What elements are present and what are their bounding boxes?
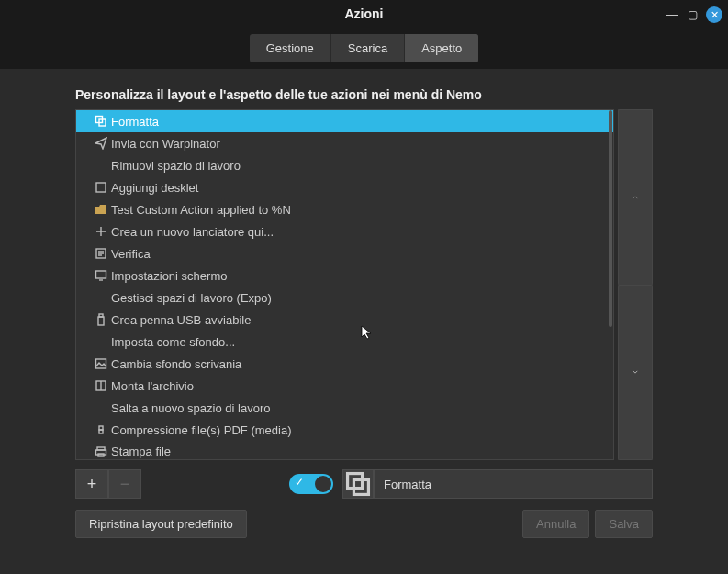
add-separator-button[interactable]: + <box>75 469 108 499</box>
print-icon <box>95 445 107 458</box>
folder-icon <box>95 203 107 216</box>
action-item[interactable]: Formatta <box>76 110 613 132</box>
action-label: Formatta <box>111 115 159 129</box>
tab-scarica[interactable]: Scarica <box>331 34 405 62</box>
action-label: Invia con Warpinator <box>111 137 220 151</box>
diamond-icon <box>95 423 107 436</box>
action-label: Monta l'archivio <box>111 379 194 393</box>
screen-icon <box>95 269 107 282</box>
blank-icon <box>95 401 107 414</box>
action-item[interactable]: Crea penna USB avviabile <box>76 309 613 331</box>
page-caption: Personalizza il layout e l'aspetto delle… <box>75 87 653 102</box>
action-label: Crea penna USB avviabile <box>111 313 251 327</box>
action-item[interactable]: Test Custom Action applied to %N <box>76 198 613 220</box>
action-item[interactable]: Cambia sfondo scrivania <box>76 353 613 375</box>
action-label: Verifica <box>111 247 151 261</box>
cancel-button[interactable]: Annulla <box>522 510 589 538</box>
svg-rect-10 <box>99 430 103 433</box>
blank-icon <box>95 159 107 172</box>
action-icon-preview[interactable] <box>342 469 374 499</box>
action-label: Impostazioni schermo <box>111 269 227 283</box>
action-item[interactable]: Aggiungi desklet <box>76 176 613 198</box>
action-label: Compressione file(s) PDF (media) <box>111 423 292 437</box>
action-label: Aggiungi desklet <box>111 181 198 195</box>
action-label: Crea un nuovo lanciatore qui... <box>111 225 274 239</box>
scrollbar[interactable] <box>609 110 612 327</box>
action-item[interactable]: Crea un nuovo lanciatore qui... <box>76 220 613 242</box>
action-item[interactable]: Verifica <box>76 242 613 264</box>
action-item[interactable]: Stampa file <box>76 441 613 459</box>
tabs: Gestione Scarica Aspetto <box>250 34 479 62</box>
minimize-button[interactable]: — <box>666 8 678 21</box>
action-item[interactable]: Rimuovi spazio di lavoro <box>76 154 613 176</box>
action-item[interactable]: Monta l'archivio <box>76 375 613 397</box>
action-name-input[interactable] <box>374 469 653 499</box>
action-label: Stampa file <box>111 445 171 458</box>
remove-separator-button[interactable]: − <box>108 469 141 499</box>
blank-icon <box>95 291 107 304</box>
save-button[interactable]: Salva <box>595 510 653 538</box>
titlebar: Azioni — ▢ ✕ Gestione Scarica Aspetto <box>0 0 728 69</box>
action-label: Test Custom Action applied to %N <box>111 203 291 217</box>
move-down-button[interactable] <box>618 285 653 461</box>
svg-rect-6 <box>98 317 104 325</box>
plus-icon <box>95 225 107 238</box>
svg-rect-2 <box>96 183 106 192</box>
archive-icon <box>95 379 107 392</box>
close-button[interactable]: ✕ <box>706 6 722 23</box>
reset-layout-button[interactable]: Ripristina layout predefinito <box>75 510 247 538</box>
format-icon <box>95 115 107 128</box>
action-label: Rimuovi spazio di lavoro <box>111 159 241 173</box>
action-item[interactable]: Gestisci spazi di lavoro (Expo) <box>76 287 613 309</box>
action-item[interactable]: Salta a nuovo spazio di lavoro <box>76 397 613 419</box>
action-item[interactable]: Impostazioni schermo <box>76 264 613 287</box>
action-item[interactable]: Imposta come sfondo... <box>76 331 613 353</box>
tab-gestione[interactable]: Gestione <box>250 34 331 62</box>
action-label: Cambia sfondo scrivania <box>111 357 241 371</box>
move-up-button[interactable] <box>618 109 653 285</box>
action-enabled-toggle[interactable] <box>289 474 333 494</box>
svg-rect-4 <box>96 271 106 278</box>
usb-icon <box>95 313 107 326</box>
actions-list[interactable]: FormattaInvia con WarpinatorRimuovi spaz… <box>75 109 614 460</box>
action-label: Salta a nuovo spazio di lavoro <box>111 401 270 415</box>
action-label: Gestisci spazi di lavoro (Expo) <box>111 291 272 305</box>
blank-icon <box>95 335 107 348</box>
tab-aspetto[interactable]: Aspetto <box>405 34 478 62</box>
wallpaper-icon <box>95 357 107 370</box>
action-item[interactable]: Invia con Warpinator <box>76 132 613 154</box>
window-controls: — ▢ ✕ <box>666 6 722 23</box>
verify-icon <box>95 247 107 260</box>
action-label: Imposta come sfondo... <box>111 335 235 349</box>
window-title: Azioni <box>0 6 728 21</box>
reorder-buttons <box>618 109 653 460</box>
action-item[interactable]: Compressione file(s) PDF (media) <box>76 419 613 441</box>
desklet-icon <box>95 181 107 194</box>
send-icon <box>95 137 107 150</box>
maximize-button[interactable]: ▢ <box>686 8 699 21</box>
